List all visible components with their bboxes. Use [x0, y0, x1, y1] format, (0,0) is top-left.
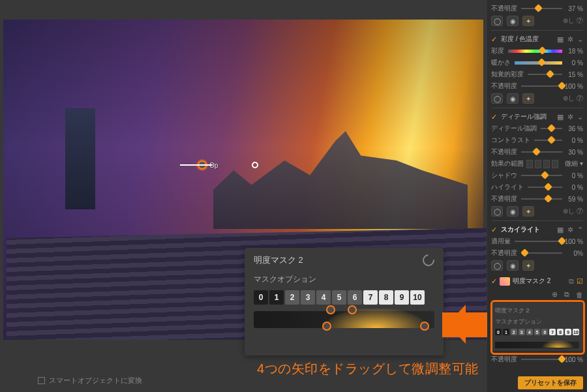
- popup-subtitle: マスクオプション: [254, 274, 434, 285]
- zone-1[interactable]: 1: [269, 290, 284, 305]
- opacity4-slider[interactable]: [521, 196, 562, 202]
- section-skylight-header[interactable]: ✓ スカイライト ▦✲⌃: [491, 220, 583, 234]
- range-opt[interactable]: [552, 160, 558, 168]
- effect-range-label: 効果の範囲: [491, 159, 524, 168]
- zone-10[interactable]: 10: [410, 290, 425, 305]
- eye-icon[interactable]: ◉: [507, 206, 519, 217]
- checkbox-icon[interactable]: [38, 377, 45, 384]
- help-icon[interactable]: ⊛し ⑦: [563, 207, 583, 216]
- opacity5-slider[interactable]: [521, 250, 562, 256]
- brush-icon[interactable]: ✦: [522, 260, 534, 271]
- check-icon[interactable]: ✓: [491, 113, 497, 121]
- mask-btn-icon[interactable]: ▦: [557, 226, 564, 234]
- mz-2[interactable]: 2: [511, 329, 517, 335]
- mz-5[interactable]: 5: [534, 329, 541, 335]
- zone-2[interactable]: 2: [285, 290, 299, 305]
- duplicate-icon[interactable]: ⧉: [569, 277, 574, 286]
- mask-name: 明度マスク 2: [513, 277, 566, 286]
- zone-9[interactable]: 9: [395, 290, 409, 305]
- chevron-down-icon[interactable]: ⌄: [577, 35, 583, 44]
- amount-value: 100 %: [565, 238, 583, 245]
- range-opt[interactable]: [543, 160, 550, 168]
- shadow-slider[interactable]: [521, 173, 562, 178]
- zone-8[interactable]: 8: [379, 290, 393, 305]
- mz-7[interactable]: 7: [549, 329, 556, 335]
- vibrance-slider[interactable]: [528, 72, 562, 77]
- gear-icon[interactable]: ✲: [567, 35, 573, 44]
- help-text[interactable]: ⊛し ⑦: [563, 16, 583, 25]
- gear-icon[interactable]: ✲: [567, 113, 573, 121]
- zone-4[interactable]: 4: [316, 290, 331, 305]
- range-opt[interactable]: [526, 160, 533, 168]
- mask-circle-icon[interactable]: ◯: [491, 260, 503, 271]
- copy-mask-icon[interactable]: ⧉: [564, 290, 569, 299]
- zone-0[interactable]: 0: [254, 290, 268, 305]
- adjustments-sidebar: 不透明度 37 % ◯ ◉ ✦ ⊛し ⑦ ✓ 彩度 / 色温度 ▦✲⌄ 彩度18…: [487, 0, 587, 392]
- mask-list-item[interactable]: ✓ 明度マスク 2 ⧉ ☑: [491, 275, 583, 288]
- range-dropdown[interactable]: 微細 ▾: [561, 159, 583, 168]
- visibility-checkbox[interactable]: ☑: [577, 277, 583, 286]
- convert-label: スマートオブジェクトに変換: [49, 376, 142, 385]
- section-saturation-header[interactable]: ✓ 彩度 / 色温度 ▦✲⌄: [491, 30, 583, 44]
- opacity2-slider[interactable]: [521, 83, 561, 89]
- brush-icon[interactable]: ✦: [522, 206, 534, 217]
- chevron-up-icon[interactable]: ⌃: [577, 226, 583, 234]
- chevron-down-icon[interactable]: ⌄: [577, 113, 583, 121]
- save-preset-button[interactable]: プリセットを保存: [518, 376, 583, 389]
- range-opt[interactable]: [535, 160, 541, 168]
- delete-mask-icon[interactable]: 🗑: [576, 291, 583, 299]
- mini-subtitle: マスクオプション: [495, 318, 579, 326]
- zone-3[interactable]: 3: [301, 290, 315, 305]
- convert-smart-object[interactable]: スマートオブジェクトに変換: [38, 376, 142, 385]
- mini-mask-bar[interactable]: [495, 342, 579, 348]
- mz-1[interactable]: 1: [503, 329, 509, 335]
- saturation-slider[interactable]: [508, 48, 562, 53]
- pin-end-icon[interactable]: [252, 162, 258, 168]
- mask-circle-icon[interactable]: ◯: [491, 16, 503, 26]
- check-icon[interactable]: ✓: [491, 35, 497, 44]
- mini-title: 明度マスク 2: [495, 307, 579, 315]
- mask-btn-icon[interactable]: ▦: [557, 35, 564, 44]
- mz-4[interactable]: 4: [526, 329, 533, 335]
- zone-5[interactable]: 5: [332, 290, 346, 305]
- mask-handle-bottom-left[interactable]: [322, 322, 331, 331]
- check-icon[interactable]: ✓: [491, 277, 497, 286]
- zone-7[interactable]: 7: [363, 290, 378, 305]
- zone-6[interactable]: 6: [348, 290, 362, 305]
- reset-icon[interactable]: [420, 252, 436, 268]
- contrast-slider[interactable]: [534, 138, 562, 143]
- opacity-slider[interactable]: [521, 6, 562, 11]
- brush-icon[interactable]: ✦: [522, 16, 534, 26]
- mask-range-bar[interactable]: [254, 311, 434, 328]
- gear-icon[interactable]: ✲: [567, 226, 573, 234]
- detail-slider[interactable]: [541, 126, 562, 131]
- help-icon[interactable]: ⊛し ⑦: [563, 94, 583, 103]
- eye-icon[interactable]: ◉: [507, 93, 519, 104]
- mask-handle-top-right[interactable]: [348, 305, 357, 314]
- adjustment-pin[interactable]: Op: [198, 160, 258, 170]
- section-detail-header[interactable]: ✓ ディテール強調 ▦✲⌄: [491, 108, 583, 121]
- brush-icon[interactable]: ✦: [522, 93, 534, 104]
- add-mask-icon[interactable]: ⊕: [552, 290, 558, 299]
- detail-label: ディテール強調: [491, 124, 537, 133]
- mz-3[interactable]: 3: [519, 329, 525, 335]
- mz-9[interactable]: 9: [565, 329, 571, 335]
- eye-icon[interactable]: ◉: [507, 16, 519, 26]
- amount-slider[interactable]: [515, 239, 561, 244]
- mz-6[interactable]: 6: [541, 329, 548, 335]
- mz-8[interactable]: 8: [557, 329, 564, 335]
- mask-btn-icon[interactable]: ▦: [557, 113, 564, 121]
- luminance-mask-popup: 明度マスク 2 マスクオプション 0 1 2 3 4 5 6 7 8 9 10: [245, 248, 444, 355]
- mz-10[interactable]: 10: [573, 329, 579, 335]
- highlight-slider[interactable]: [528, 185, 562, 190]
- warmth-slider[interactable]: [515, 60, 562, 65]
- mask-handle-top-left[interactable]: [326, 305, 335, 314]
- bottom-opacity-slider[interactable]: [521, 357, 561, 362]
- opacity3-slider[interactable]: [521, 149, 562, 155]
- mask-circle-icon[interactable]: ◯: [491, 206, 503, 217]
- check-icon[interactable]: ✓: [491, 226, 497, 234]
- highlight-label: ハイライト: [491, 183, 524, 192]
- mz-0[interactable]: 0: [495, 329, 502, 335]
- eye-icon[interactable]: ◉: [507, 260, 519, 271]
- mask-circle-icon[interactable]: ◯: [491, 93, 503, 104]
